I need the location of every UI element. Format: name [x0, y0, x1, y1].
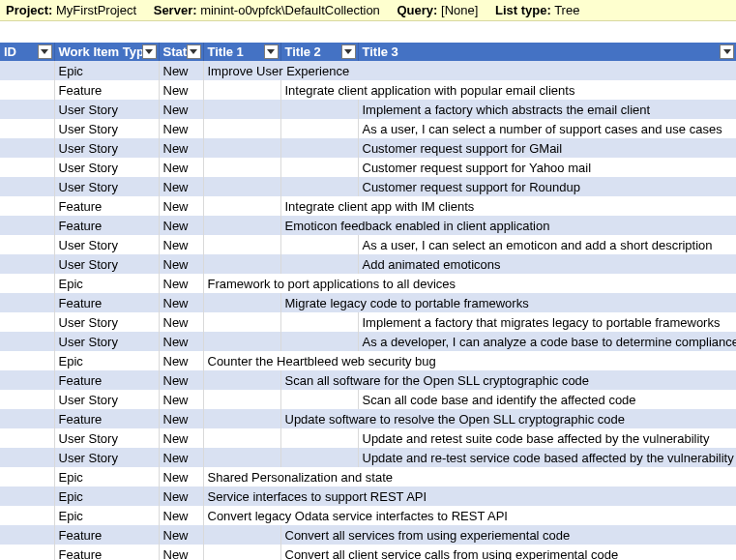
table-row[interactable]: User StoryNewUpdate and re-test service …: [0, 448, 736, 467]
table-row[interactable]: FeatureNewConvert all services from usin…: [0, 525, 736, 545]
table-row[interactable]: EpicNewShared Personalization and state: [0, 467, 736, 486]
cell-id: [0, 235, 54, 254]
table-row[interactable]: User StoryNewImplement a factory which a…: [0, 100, 736, 119]
table-row[interactable]: User StoryNewScan all code base and iden…: [0, 390, 736, 409]
cell-title1: [203, 332, 280, 351]
cell-state: New: [159, 351, 203, 370]
cell-title1: [203, 545, 280, 560]
table-row[interactable]: User StoryNewAs a user, I can select a n…: [0, 119, 736, 138]
cell-id: [0, 428, 54, 448]
filter-dropdown-icon[interactable]: [720, 44, 734, 59]
table-header-row: ID Work Item Type State Title 1 Title 2 …: [0, 43, 736, 61]
svg-marker-1: [145, 49, 153, 54]
cell-state: New: [159, 545, 203, 560]
cell-title2: Update software to resolve the Open SLL …: [280, 409, 736, 428]
cell-state: New: [159, 158, 203, 177]
cell-state: New: [159, 428, 203, 448]
col-header-title3[interactable]: Title 3: [358, 43, 736, 61]
cell-title1: [203, 196, 280, 216]
cell-work-item-type: Feature: [54, 409, 159, 428]
table-row[interactable]: FeatureNewIntegrate client application w…: [0, 80, 736, 100]
table-row[interactable]: FeatureNewEmoticon feedback enabled in c…: [0, 216, 736, 235]
filter-dropdown-icon[interactable]: [341, 44, 356, 59]
cell-work-item-type: User Story: [54, 332, 159, 351]
table-row[interactable]: FeatureNewMigrate legacy code to portabl…: [0, 293, 736, 312]
filter-dropdown-icon[interactable]: [264, 44, 279, 59]
cell-title1: [203, 370, 280, 390]
query-label: Query:: [397, 3, 437, 17]
cell-title2: [280, 235, 358, 254]
col-header-type[interactable]: Work Item Type: [54, 43, 159, 61]
cell-work-item-type: User Story: [54, 235, 159, 254]
cell-title1: [203, 409, 280, 428]
col-header-state[interactable]: State: [159, 43, 203, 61]
cell-id: [0, 177, 54, 196]
col-header-title2-label: Title 2: [285, 44, 321, 59]
table-row[interactable]: User StoryNewImplement a factory that mi…: [0, 312, 736, 332]
cell-title2: [280, 332, 358, 351]
cell-id: [0, 486, 54, 506]
table-row[interactable]: EpicNewCounter the Heartbleed web securi…: [0, 351, 736, 370]
cell-title1: [203, 448, 280, 467]
cell-title1: Shared Personalization and state: [203, 467, 736, 486]
cell-state: New: [159, 409, 203, 428]
cell-state: New: [159, 138, 203, 158]
col-header-title1-label: Title 1: [208, 44, 244, 59]
cell-title3: As a user, I can select an emoticon and …: [358, 235, 736, 254]
table-row[interactable]: FeatureNewUpdate software to resolve the…: [0, 409, 736, 428]
table-row[interactable]: User StoryNewCustomer request support fo…: [0, 158, 736, 177]
cell-title2: Integrate client application with popula…: [280, 80, 736, 100]
cell-title1: [203, 235, 280, 254]
cell-title2: [280, 312, 358, 332]
cell-title2: Integrate client app with IM clients: [280, 196, 736, 216]
table-row[interactable]: User StoryNewUpdate and retest suite cod…: [0, 428, 736, 448]
cell-state: New: [159, 216, 203, 235]
col-header-title2[interactable]: Title 2: [280, 43, 358, 61]
cell-id: [0, 158, 54, 177]
table-row[interactable]: User StoryNewCustomer request support fo…: [0, 177, 736, 196]
project-label: Project:: [6, 3, 52, 17]
cell-id: [0, 138, 54, 158]
cell-state: New: [159, 506, 203, 525]
cell-work-item-type: User Story: [54, 390, 159, 409]
col-header-id[interactable]: ID: [0, 43, 54, 61]
table-row[interactable]: FeatureNewScan all software for the Open…: [0, 370, 736, 390]
table-row[interactable]: EpicNewFramework to port applications to…: [0, 274, 736, 293]
cell-work-item-type: Epic: [54, 506, 159, 525]
cell-title1: [203, 312, 280, 332]
cell-state: New: [159, 332, 203, 351]
cell-id: [0, 80, 54, 100]
cell-title1: [203, 216, 280, 235]
cell-title1: [203, 390, 280, 409]
cell-title3: Implement a factory that migrates legacy…: [358, 312, 736, 332]
cell-id: [0, 525, 54, 545]
cell-title2: Convert all client service calls from us…: [280, 545, 736, 560]
filter-dropdown-icon[interactable]: [38, 44, 52, 59]
cell-id: [0, 332, 54, 351]
filter-dropdown-icon[interactable]: [142, 44, 157, 59]
table-row[interactable]: FeatureNewConvert all client service cal…: [0, 545, 736, 560]
cell-title2: Scan all software for the Open SLL crypt…: [280, 370, 736, 390]
cell-work-item-type: User Story: [54, 119, 159, 138]
project-value: MyFirstProject: [56, 3, 136, 17]
table-row[interactable]: EpicNewConvert legacy Odata service inte…: [0, 506, 736, 525]
query-value: [None]: [441, 3, 478, 17]
table-row[interactable]: User StoryNewCustomer request support fo…: [0, 138, 736, 158]
cell-work-item-type: Feature: [54, 370, 159, 390]
filter-dropdown-icon[interactable]: [187, 44, 201, 59]
cell-title1: [203, 138, 280, 158]
cell-work-item-type: Feature: [54, 196, 159, 216]
table-row[interactable]: EpicNewImprove User Experience: [0, 61, 736, 80]
cell-title2: Emoticon feedback enabled in client appl…: [280, 216, 736, 235]
cell-title2: [280, 390, 358, 409]
col-header-title1[interactable]: Title 1: [203, 43, 280, 61]
cell-title1: [203, 100, 280, 119]
table-row[interactable]: User StoryNewAs a user, I can select an …: [0, 235, 736, 254]
cell-id: [0, 254, 54, 274]
table-row[interactable]: FeatureNewIntegrate client app with IM c…: [0, 196, 736, 216]
cell-state: New: [159, 274, 203, 293]
table-row[interactable]: User StoryNewAs a developer, I can analy…: [0, 332, 736, 351]
table-row[interactable]: EpicNewService interfaces to support RES…: [0, 486, 736, 506]
table-row[interactable]: User StoryNewAdd animated emoticons: [0, 254, 736, 274]
cell-state: New: [159, 80, 203, 100]
